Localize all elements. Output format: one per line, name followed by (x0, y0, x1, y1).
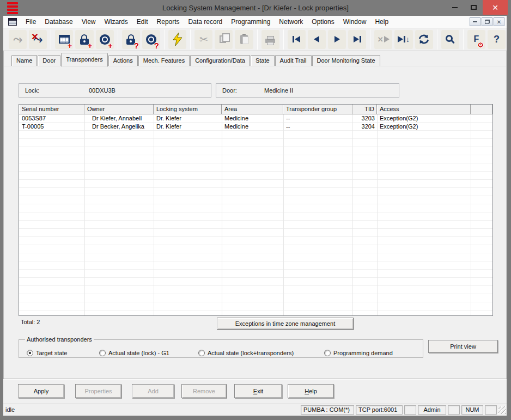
grid-line (154, 114, 154, 315)
toolbar-separator (118, 29, 118, 50)
menu-wizards[interactable]: Wizards (100, 16, 132, 27)
add-label: Add (132, 388, 174, 394)
properties-button[interactable]: Properties (75, 384, 121, 398)
lock-label: Lock: (19, 87, 89, 94)
previous-record-button[interactable] (308, 30, 326, 49)
transfer-button[interactable]: ⤳ (9, 30, 27, 49)
new-record-button[interactable]: ↓ (394, 30, 412, 49)
apply-button[interactable]: Apply (18, 384, 64, 398)
column-header-transponder-group[interactable]: Transponder group (283, 105, 352, 114)
new-transponder-button[interactable]: + (96, 30, 114, 49)
help-label: Help (288, 388, 333, 394)
minimize-icon (452, 7, 458, 8)
new-lock-button[interactable]: + (75, 30, 93, 49)
grid-line (471, 114, 471, 315)
column-header-tid[interactable]: TID (352, 105, 377, 114)
first-record-icon (293, 36, 300, 42)
mdi-minimize-button[interactable] (470, 17, 480, 26)
transfer-cancel-button[interactable]: ⤳✕ (29, 30, 47, 49)
paste-button[interactable] (235, 30, 253, 49)
radio-programming-demand[interactable]: Programming demand (324, 350, 393, 356)
grid-line (283, 114, 284, 315)
search-button[interactable] (441, 30, 459, 49)
menu-edit[interactable]: Edit (132, 16, 153, 27)
menu-view[interactable]: View (77, 16, 100, 27)
radio-actual-state-lock-g1[interactable]: Actual state (lock) - G1 (99, 350, 169, 356)
print-button[interactable] (261, 30, 279, 49)
tab-door-monitoring-state[interactable]: Door Monitoring State (312, 55, 380, 66)
table-row[interactable]: T-00005 Dr Becker, Angelika Dr. Kiefer M… (19, 123, 492, 131)
add-button[interactable]: Add (132, 384, 174, 398)
menu-file[interactable]: File (21, 16, 40, 27)
radio-target-state[interactable]: Target state (27, 350, 67, 356)
column-header-owner[interactable]: Owner (84, 105, 154, 114)
window-maximize-button[interactable] (464, 0, 483, 15)
menu-help[interactable]: Help (370, 16, 393, 27)
help-button-bottom[interactable]: Help (288, 384, 334, 398)
mdi-restore-button[interactable] (482, 17, 492, 26)
exit-button[interactable]: Exit (234, 384, 282, 398)
menu-network[interactable]: Network (275, 16, 307, 27)
tab-audit-trail[interactable]: Audit Trail (275, 55, 312, 66)
menu-window[interactable]: Window (339, 16, 371, 27)
next-record-icon (334, 36, 340, 42)
last-record-button[interactable] (348, 30, 366, 49)
new-locking-system-button[interactable]: + (55, 30, 73, 49)
menu-data-record[interactable]: Data record (184, 16, 227, 27)
restore-icon (485, 20, 490, 24)
apply-label: Apply (19, 388, 64, 394)
tab-actions[interactable]: Actions (108, 55, 138, 66)
menu-reports[interactable]: Reports (153, 16, 184, 27)
remove-button[interactable]: Remove (181, 384, 227, 398)
column-header-locking-system[interactable]: Locking system (154, 105, 222, 114)
window-close-button[interactable]: ✕ (483, 0, 508, 15)
resize-grip[interactable] (498, 406, 506, 414)
read-lock-button[interactable]: ? (122, 30, 140, 49)
first-record-button[interactable] (288, 30, 306, 49)
tab-configuration-data[interactable]: Configuration/Data (190, 55, 250, 66)
door-label: Door: (216, 87, 264, 94)
transfer-arrow-icon: ⤳ (13, 34, 22, 45)
exceptions-time-zone-button[interactable]: Exceptions in time zone management (217, 318, 354, 330)
print-view-button[interactable]: Print view (428, 340, 498, 353)
cell-tid: 3204 (352, 123, 377, 131)
column-header-access[interactable]: Access (377, 105, 471, 114)
statusbar: idle PUMBA : COM(*) TCP port:6001 Admin … (3, 403, 507, 416)
radio-unchecked-icon (198, 350, 205, 356)
help-button[interactable]: ? (488, 30, 506, 49)
cell-locking-system: Dr. Kiefer (154, 114, 222, 123)
tab-mech-features[interactable]: Mech. Features (138, 55, 190, 66)
window-minimize-button[interactable] (446, 0, 464, 15)
refresh-button[interactable] (415, 30, 433, 49)
tab-name[interactable]: Name (11, 55, 37, 66)
toolbar-separator (257, 29, 258, 50)
column-header-serial-number[interactable]: Serial number (19, 105, 84, 114)
cancel-record-button[interactable]: ✕ (374, 30, 392, 49)
read-transponder-button[interactable]: ? (142, 30, 160, 49)
filter-settings-button[interactable]: F⚙ (467, 30, 485, 49)
mdi-close-button[interactable]: ✕ (494, 17, 504, 26)
lock-field: Lock: 00DXU3B (19, 83, 211, 98)
properties-label: Properties (76, 388, 121, 394)
column-header-area[interactable]: Area (222, 105, 283, 114)
radio-actual-state-lock-transponders[interactable]: Actual state (lock+transponders) (198, 350, 294, 356)
menu-options[interactable]: Options (307, 16, 338, 27)
tab-door[interactable]: Door (38, 55, 60, 66)
plus-badge-icon: + (68, 42, 72, 50)
status-empty-panel (404, 405, 416, 415)
table-row[interactable]: 0053S87 Dr Kiefer, Annabell Dr. Kiefer M… (19, 114, 492, 123)
tab-transponders[interactable]: Transponders (61, 53, 107, 66)
radio-label: Actual state (lock) - G1 (108, 350, 169, 356)
cell-access: Exception(G2) (377, 114, 471, 123)
next-record-button[interactable] (328, 30, 346, 49)
cut-button[interactable]: ✂ (194, 30, 212, 49)
tab-state[interactable]: State (251, 55, 275, 66)
program-button[interactable] (168, 30, 186, 49)
cancel-record-icon: ✕ (378, 35, 390, 44)
grid-line (84, 114, 85, 315)
transponders-table: Serial number Owner Locking system Area … (19, 104, 493, 316)
menu-database[interactable]: Database (40, 16, 77, 27)
mdi-system-menu-icon[interactable] (8, 18, 17, 26)
copy-button[interactable] (215, 30, 233, 49)
menu-programming[interactable]: Programming (227, 16, 275, 27)
